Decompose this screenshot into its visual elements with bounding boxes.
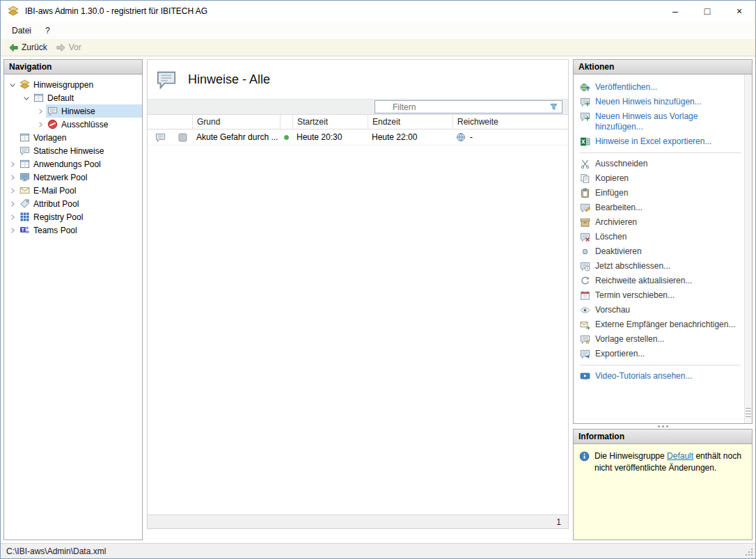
col-reichweite[interactable]: Reichweite [452, 115, 568, 129]
chevron-right-icon[interactable] [7, 185, 18, 196]
action-label: Exportieren... [595, 349, 645, 359]
tree-item-label: Ausschlüsse [61, 120, 108, 129]
action-archivieren[interactable]: Archivieren [580, 215, 741, 230]
tree-item-label: Default [47, 93, 74, 103]
tree-item-label: Hinweise [61, 107, 95, 116]
main-panel: Hinweise - Alle Grund Startzeit Endzeit … [147, 59, 569, 529]
chevron-right-icon[interactable] [7, 172, 18, 183]
action-vorschau[interactable]: Vorschau [580, 303, 741, 317]
tree-item-label: Registry Pool [33, 212, 83, 222]
app-window-icon [19, 159, 30, 169]
action-kopieren[interactable]: Kopieren [580, 171, 741, 186]
col-startzeit[interactable]: Startzeit [292, 115, 368, 129]
cell-endzeit: Heute 22:00 [368, 132, 452, 142]
tree-item-default[interactable]: Default [4, 91, 142, 104]
tree-item-label: Vorlagen [33, 133, 66, 143]
default-group-link[interactable]: Default [667, 451, 693, 461]
action-termin-verschieben[interactable]: Termin verschieben... [580, 288, 741, 303]
filter-funnel-icon[interactable] [549, 102, 558, 111]
tree-item-hinweisgruppen[interactable]: Hinweisgruppen [4, 78, 142, 91]
back-button[interactable]: Zurück [5, 41, 51, 54]
minimize-button[interactable]: – [659, 1, 691, 22]
actions-scrollbar[interactable] [744, 74, 752, 423]
action-deaktivieren[interactable]: Deaktivieren [580, 244, 741, 259]
export-icon [580, 349, 590, 359]
information-text: Die Hinweisgruppe Default enthält noch n… [594, 450, 746, 474]
menu-datei[interactable]: Datei [5, 24, 38, 38]
resize-grip-icon[interactable] [745, 548, 753, 556]
tree-item-statische-hinweise[interactable]: Statische Hinweise [4, 144, 142, 157]
tree-item-label: Teams Pool [33, 226, 77, 235]
chevron-right-icon[interactable] [7, 225, 18, 236]
maximize-button[interactable]: □ [691, 1, 723, 22]
chevron-right-icon[interactable] [35, 119, 46, 130]
col-state-icon [173, 115, 192, 129]
forward-button[interactable]: Vor [52, 41, 85, 54]
window-icon [19, 132, 30, 143]
col-endzeit[interactable]: Endzeit [368, 115, 452, 129]
paste-icon [580, 188, 590, 198]
col-grund[interactable]: Grund [192, 115, 280, 129]
action-loeschen[interactable]: Löschen [580, 230, 741, 244]
back-label: Zurück [22, 42, 47, 52]
action-exportieren[interactable]: Exportieren... [580, 347, 741, 361]
tree-item-teams-pool[interactable]: Teams Pool [4, 223, 142, 237]
action-video-tutorials[interactable]: Video-Tutorials ansehen... [580, 369, 741, 384]
action-ausschneiden[interactable]: Ausschneiden [580, 157, 741, 171]
action-vorlage-erstellen[interactable]: Vorlage erstellen... [580, 332, 741, 347]
tree-item-registry-pool[interactable]: Registry Pool [4, 210, 142, 223]
action-bearbeiten[interactable]: Bearbeiten... [580, 200, 741, 215]
video-icon [580, 371, 590, 381]
mail-icon [19, 185, 30, 196]
tree-item-netzwerk-pool[interactable]: Netzwerk Pool [4, 171, 142, 184]
navigation-panel: Navigation Hinweisgruppen Default [3, 59, 143, 540]
actions-separator [580, 152, 741, 153]
back-arrow-icon [8, 42, 19, 53]
action-label: Vorlage erstellen... [595, 334, 664, 345]
page-title: Hinweise - Alle [188, 72, 270, 87]
chevron-right-icon[interactable] [7, 198, 18, 210]
tree-item-anwendungs-pool[interactable]: Anwendungs Pool [4, 157, 142, 171]
cell-grund: Akute Gefahr durch ... [192, 132, 280, 142]
action-jetzt-abschliessen[interactable]: Jetzt abschliessen... [580, 259, 741, 274]
chevron-down-icon[interactable] [21, 93, 32, 104]
chevron-down-icon[interactable] [7, 79, 18, 90]
panel-splitter[interactable] [573, 424, 753, 429]
action-label: Deaktivieren [595, 246, 642, 257]
chevron-right-icon[interactable] [7, 212, 18, 223]
action-label: Neuen Hinweis aus Vorlage hinzufügen... [595, 111, 741, 132]
chevron-right-icon[interactable] [35, 106, 46, 117]
action-externe-empfaenger-benachrichtigen[interactable]: Externe Empfänger benachrichtigen... [580, 317, 741, 332]
actions-header: Aktionen [574, 60, 752, 74]
filter-input[interactable] [379, 102, 546, 112]
action-veroeffentlichen[interactable]: Veröffentlichen... [580, 80, 741, 95]
action-label: Hinweise in Excel exportieren... [595, 136, 711, 147]
scrollbar-grip[interactable] [746, 408, 751, 418]
menubar: Datei ? [1, 22, 755, 39]
window-title: IBI-aws Admin 1.30.0 - registriert für I… [25, 6, 207, 16]
finish-now-icon [580, 261, 590, 271]
action-neuen-hinweis-hinzufuegen[interactable]: Neuen Hinweis hinzufügen... [580, 95, 741, 109]
table-row[interactable]: Akute Gefahr durch ... Heute 20:30 Heute… [148, 129, 568, 145]
close-button[interactable]: × [723, 1, 755, 22]
main-title-bar: Hinweise - Alle [148, 60, 568, 99]
menu-help[interactable]: ? [38, 24, 57, 38]
refresh-icon [580, 276, 590, 286]
tree-item-vorlagen[interactable]: Vorlagen [4, 131, 142, 144]
content-area: Navigation Hinweisgruppen Default [1, 56, 755, 543]
action-label: Termin verschieben... [595, 290, 675, 301]
tree-item-attribut-pool[interactable]: Attribut Pool [4, 197, 142, 210]
tree-item-hinweise[interactable]: Hinweise [4, 104, 142, 118]
action-einfuegen[interactable]: Einfügen [580, 186, 741, 200]
registry-grid-icon [19, 212, 30, 222]
action-hinweise-in-excel-exportieren[interactable]: Hinweise in Excel exportieren... [580, 134, 741, 149]
chevron-right-icon[interactable] [7, 159, 18, 170]
tree-item-email-pool[interactable]: E-Mail Pool [4, 184, 142, 197]
action-reichweite-aktualisieren[interactable]: Reichweite aktualisieren... [580, 274, 741, 288]
tree-item-ausschluesse[interactable]: Ausschlüsse [4, 118, 142, 131]
col-status [280, 115, 292, 129]
information-panel: Information Die Hinweisgruppe Default en… [573, 429, 753, 540]
actions-panel: Aktionen Veröffentlichen... Neuen Hinwei… [573, 59, 753, 424]
tree-item-label: Netzwerk Pool [33, 173, 87, 182]
action-neuen-hinweis-aus-vorlage[interactable]: Neuen Hinweis aus Vorlage hinzufügen... [580, 109, 741, 134]
